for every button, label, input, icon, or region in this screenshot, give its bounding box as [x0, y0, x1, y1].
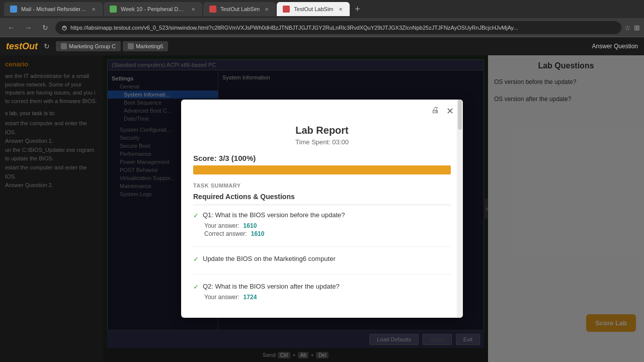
- tab-testout1-close[interactable]: ✕: [264, 6, 270, 13]
- task-q2-line: ✓ Q2: What is the BIOS version after the…: [193, 283, 451, 291]
- task-item-q2: ✓ Q2: What is the BIOS version after the…: [193, 283, 451, 310]
- toolbar-nav-icon-2: [128, 43, 134, 49]
- correct-answer-label-q1: Correct answer:: [204, 230, 247, 237]
- address-bar[interactable]: https://labsimapp.testout.com/v6_0_523/s…: [55, 21, 621, 34]
- tab-testout1[interactable]: TestOut LabSim ✕: [203, 2, 276, 16]
- svg-point-0: [62, 26, 66, 30]
- testout-toolbar: testOut ↻ Marketing Group C Marketing6 A…: [0, 37, 644, 55]
- modal-title: Lab Report: [191, 125, 453, 136]
- task-q2-text: Q2: What is the BIOS version after the u…: [203, 283, 340, 290]
- tab-favicon-week10: [110, 6, 117, 13]
- lab-report-modal: 🖨 ✕ Lab Report Time Spent: 03:00 Score: …: [181, 100, 463, 318]
- toolbar-refresh-icon[interactable]: ↻: [44, 42, 50, 50]
- tab-favicon-mail: [10, 6, 17, 13]
- back-button[interactable]: ←: [4, 21, 18, 35]
- your-answer-label-q1: Your answer:: [204, 222, 239, 229]
- tab-testout2-label: TestOut LabSim: [294, 6, 333, 12]
- modal-close-button[interactable]: ✕: [445, 106, 455, 117]
- tab-favicon-testout2: [283, 6, 290, 13]
- score-bar-fill: [193, 165, 451, 174]
- modal-body: Score: 3/3 (100%) TASK SUMMARY Required …: [181, 146, 463, 318]
- tab-mail-close[interactable]: ✕: [91, 6, 97, 13]
- tab-week10[interactable]: Week 10 - Peripheral Devices ✕: [104, 2, 202, 16]
- modal-overlay: 🖨 ✕ Lab Report Time Spent: 03:00 Score: …: [0, 55, 644, 362]
- tab-bar: Mail - Michael Refsnider - Outl... ✕ Wee…: [0, 0, 644, 18]
- toolbar-nav-icon-1: [61, 43, 67, 49]
- your-answer-label-q2: Your answer:: [204, 294, 239, 301]
- task-q1-line: ✓ Q1: What is the BIOS version before th…: [193, 211, 451, 219]
- tab-testout2-close[interactable]: ✕: [338, 6, 344, 13]
- modal-title-section: Lab Report Time Spent: 03:00: [181, 117, 463, 146]
- time-spent-value: 03:00: [332, 138, 349, 146]
- main-area: cenario are the IT administrator for a s…: [0, 55, 644, 362]
- score-bar: [193, 165, 451, 174]
- tab-favicon-testout1: [209, 6, 216, 13]
- task-item-q1: ✓ Q1: What is the BIOS version before th…: [193, 211, 451, 247]
- testout-logo: testOut: [6, 41, 38, 52]
- browser-nav: ← → ↻ https://labsimapp.testout.com/v6_0…: [0, 18, 644, 37]
- toolbar-nav-marketing6[interactable]: Marketing6: [123, 41, 168, 51]
- task-q1-correct-answer: Correct answer: 1610: [193, 230, 451, 237]
- tab-mail[interactable]: Mail - Michael Refsnider - Outl... ✕: [4, 2, 103, 16]
- tab-week10-close[interactable]: ✕: [190, 6, 196, 13]
- required-actions-header: Required Actions & Questions: [193, 193, 451, 205]
- toolbar-nav-marketing6-label: Marketing6: [136, 43, 163, 49]
- task-update-line: ✓ Update the BIOS on the Marketing6 comp…: [193, 255, 451, 263]
- print-button[interactable]: 🖨: [431, 106, 439, 117]
- correct-answer-value-q1: 1610: [251, 230, 265, 237]
- your-answer-value-q2: 1724: [244, 294, 257, 301]
- extensions-icon[interactable]: ⊞: [634, 24, 640, 32]
- check-icon-q1: ✓: [193, 212, 199, 219]
- tab-week10-label: Week 10 - Peripheral Devices: [121, 6, 186, 12]
- your-answer-value-q1: 1610: [244, 222, 257, 229]
- toolbar-nav-marketing-group-label: Marketing Group C: [69, 43, 116, 49]
- score-line: Score: 3/3 (100%): [193, 154, 451, 162]
- task-q2-your-answer: Your answer: 1724: [193, 294, 451, 301]
- answer-question-button[interactable]: Answer Question: [592, 43, 638, 50]
- toolbar-nav: Marketing Group C Marketing6: [56, 41, 586, 51]
- forward-button[interactable]: →: [21, 21, 35, 35]
- modal-scrollbar[interactable]: [457, 100, 463, 318]
- task-q1-your-answer: Your answer: 1610: [193, 222, 451, 229]
- lock-icon: [61, 25, 67, 31]
- tab-mail-label: Mail - Michael Refsnider - Outl...: [21, 6, 87, 12]
- reload-button[interactable]: ↻: [38, 21, 52, 35]
- modal-time-spent: Time Spent: 03:00: [191, 138, 453, 146]
- modal-header-buttons: 🖨 ✕: [181, 100, 463, 117]
- task-q1-text: Q1: What is the BIOS version before the …: [203, 211, 345, 219]
- tab-testout1-label: TestOut LabSim: [220, 6, 260, 12]
- task-item-update: ✓ Update the BIOS on the Marketing6 comp…: [193, 255, 451, 275]
- svg-rect-1: [63, 26, 65, 28]
- task-summary-header: TASK SUMMARY: [193, 183, 451, 189]
- toolbar-nav-marketing-group[interactable]: Marketing Group C: [56, 41, 121, 51]
- modal-scrollbar-thumb: [458, 100, 462, 130]
- bookmark-icon[interactable]: ☆: [624, 24, 631, 32]
- time-spent-label: Time Spent:: [295, 138, 331, 146]
- new-tab-button[interactable]: +: [351, 2, 365, 16]
- task-update-text: Update the BIOS on the Marketing6 comput…: [203, 255, 336, 262]
- tab-testout2[interactable]: TestOut LabSim ✕: [277, 2, 349, 16]
- address-text: https://labsimapp.testout.com/v6_0_523/s…: [70, 25, 518, 31]
- check-icon-update: ✓: [193, 255, 199, 263]
- check-icon-q2: ✓: [193, 283, 199, 291]
